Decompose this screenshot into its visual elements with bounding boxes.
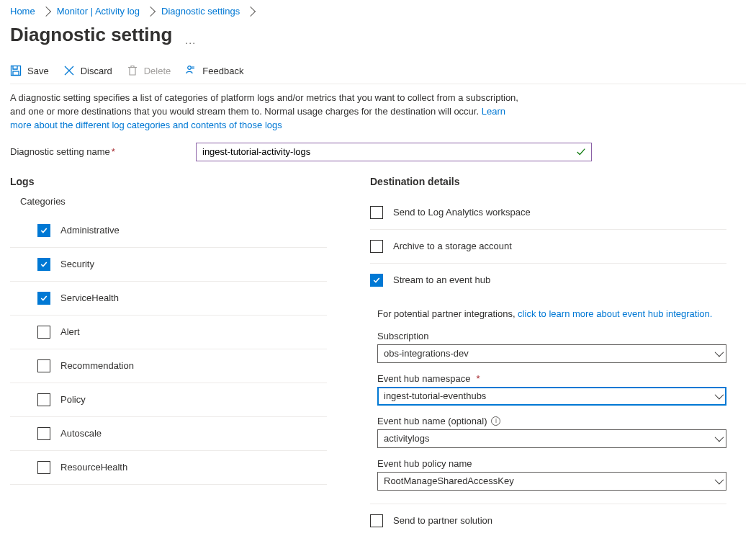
hubname-select[interactable]: activitylogs xyxy=(377,429,726,448)
chevron-down-icon xyxy=(715,348,724,357)
categories-label: Categories xyxy=(20,196,327,207)
description-body: A diagnostic setting specifies a list of… xyxy=(10,92,518,117)
save-button[interactable]: Save xyxy=(10,65,49,76)
namespace-value: ingest-tutorial-eventhubs xyxy=(384,390,486,401)
dest-archive-row: Archive to a storage account xyxy=(370,230,726,264)
hubname-label: Event hub name (optional) i xyxy=(377,416,726,426)
description-text: A diagnostic setting specifies a list of… xyxy=(10,91,521,133)
namespace-select[interactable]: ingest-tutorial-eventhubs xyxy=(377,387,726,406)
category-label: ServiceHealth xyxy=(60,292,119,303)
policy-label: Event hub policy name xyxy=(377,458,726,469)
save-label: Save xyxy=(27,66,49,76)
category-checkbox-recommendation[interactable] xyxy=(37,359,50,372)
delete-button: Delete xyxy=(127,65,171,76)
dest-eventhub-checkbox[interactable] xyxy=(370,274,383,287)
discard-label: Discard xyxy=(81,66,112,76)
dest-log-analytics-label: Send to Log Analytics workspace xyxy=(393,207,531,218)
trash-icon xyxy=(127,65,138,76)
command-bar: Save Discard Delete xyxy=(10,62,746,84)
category-checkbox-autoscale[interactable] xyxy=(37,427,50,440)
policy-select[interactable]: RootManageSharedAccessKey xyxy=(377,472,726,491)
category-label: Autoscale xyxy=(60,428,102,439)
category-checkbox-resourcehealth[interactable] xyxy=(37,461,50,474)
category-row-recommendation: Recommendation xyxy=(10,349,327,383)
logs-section: Logs Categories AdministrativeSecuritySe… xyxy=(10,176,327,537)
category-row-resourcehealth: ResourceHealth xyxy=(10,451,327,485)
destination-section: Destination details Send to Log Analytic… xyxy=(370,176,726,537)
category-label: Security xyxy=(60,259,94,269)
delete-label: Delete xyxy=(144,66,171,76)
chevron-right-icon xyxy=(246,6,256,16)
feedback-icon xyxy=(185,65,197,76)
category-list: AdministrativeSecurityServiceHealthAlert… xyxy=(10,214,327,485)
category-row-autoscale: Autoscale xyxy=(10,417,327,451)
category-label: Policy xyxy=(60,394,86,405)
category-checkbox-security[interactable] xyxy=(37,258,50,271)
dest-archive-label: Archive to a storage account xyxy=(393,241,512,251)
page-title: Diagnostic setting xyxy=(10,24,172,46)
subscription-value: obs-integrations-dev xyxy=(384,348,469,359)
chevron-down-icon xyxy=(715,390,724,400)
category-checkbox-policy[interactable] xyxy=(37,393,50,406)
chevron-down-icon xyxy=(715,433,724,442)
category-checkbox-administrative[interactable] xyxy=(37,224,50,237)
info-icon[interactable]: i xyxy=(491,416,500,426)
eventhub-note-text: For potential partner integrations, xyxy=(377,308,518,319)
discard-button[interactable]: Discard xyxy=(63,65,112,76)
dest-partner-row: Send to partner solution xyxy=(370,504,726,537)
category-row-security: Security xyxy=(10,248,327,282)
category-label: Administrative xyxy=(60,225,120,236)
feedback-label: Feedback xyxy=(202,66,243,76)
category-row-administrative: Administrative xyxy=(10,214,327,248)
category-row-alert: Alert xyxy=(10,316,327,349)
category-label: Alert xyxy=(60,326,80,337)
dest-log-analytics-row: Send to Log Analytics workspace xyxy=(370,196,726,230)
breadcrumb-diagnostic-settings[interactable]: Diagnostic settings xyxy=(161,6,240,17)
dest-partner-label: Send to partner solution xyxy=(393,515,492,526)
eventhub-note-link[interactable]: click to learn more about event hub inte… xyxy=(518,308,712,319)
subscription-label: Subscription xyxy=(377,331,726,341)
more-menu-button[interactable]: ··· xyxy=(185,37,196,48)
chevron-right-icon xyxy=(41,6,51,16)
dest-log-analytics-checkbox[interactable] xyxy=(370,206,383,219)
namespace-label: Event hub namespace* xyxy=(377,373,726,384)
valid-check-icon xyxy=(576,147,586,157)
dest-eventhub-label: Stream to an event hub xyxy=(393,274,490,285)
hubname-value: activitylogs xyxy=(384,433,430,444)
category-checkbox-servicehealth[interactable] xyxy=(37,292,50,305)
dest-partner-checkbox[interactable] xyxy=(370,514,383,527)
chevron-right-icon xyxy=(145,6,156,16)
svg-rect-1 xyxy=(13,71,19,76)
breadcrumb-monitor[interactable]: Monitor | Activity log xyxy=(57,6,140,17)
logs-heading: Logs xyxy=(10,176,327,187)
policy-value: RootManageSharedAccessKey xyxy=(384,475,514,486)
category-label: Recommendation xyxy=(60,360,134,371)
breadcrumb-home[interactable]: Home xyxy=(10,6,35,17)
category-checkbox-alert[interactable] xyxy=(37,326,50,339)
category-row-policy: Policy xyxy=(10,383,327,417)
category-label: ResourceHealth xyxy=(60,462,127,473)
dest-archive-checkbox[interactable] xyxy=(370,240,383,253)
feedback-button[interactable]: Feedback xyxy=(185,65,243,76)
chevron-down-icon xyxy=(715,475,724,485)
breadcrumb: Home Monitor | Activity log Diagnostic s… xyxy=(10,6,746,17)
setting-name-input[interactable] xyxy=(196,143,592,161)
setting-name-label: Diagnostic setting name* xyxy=(10,146,183,157)
destination-heading: Destination details xyxy=(370,176,726,187)
subscription-select[interactable]: obs-integrations-dev xyxy=(377,344,726,363)
svg-point-2 xyxy=(188,66,192,70)
dest-eventhub-row: Stream to an event hub xyxy=(370,264,726,297)
save-icon xyxy=(10,65,22,76)
eventhub-details: For potential partner integrations, clic… xyxy=(370,297,726,504)
close-icon xyxy=(63,65,75,76)
category-row-servicehealth: ServiceHealth xyxy=(10,282,327,316)
